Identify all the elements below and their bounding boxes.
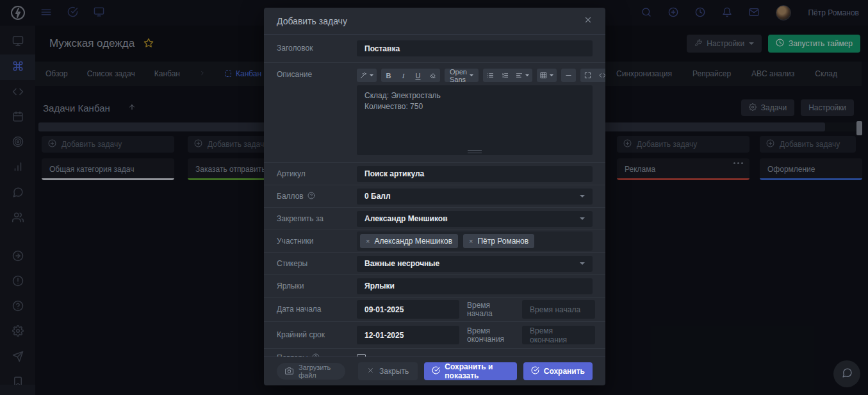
magic-style-button[interactable] (357, 69, 377, 82)
bullet-list-icon[interactable] (483, 69, 498, 82)
camera-icon (285, 367, 293, 376)
chat-bubble-icon (842, 367, 853, 380)
field-row-points: Баллов 0 Балл (264, 185, 605, 208)
field-label-deadline: Крайний срок (277, 331, 357, 339)
field-label-description: Описание (277, 71, 357, 79)
points-select[interactable]: 0 Балл (357, 189, 593, 205)
modal-header: Добавить задачу (264, 8, 605, 35)
save-and-show-label: Сохранить и показать (445, 362, 509, 380)
title-value: Поставка (364, 44, 400, 53)
table-dropdown[interactable] (537, 69, 557, 82)
font-family-dropdown[interactable]: Open Sans (445, 69, 479, 82)
assignee-select[interactable]: Александр Меншиков (357, 211, 593, 227)
field-row-labels: Ярлыки Ярлыки (264, 275, 605, 298)
field-label-assignee: Закрепить за (277, 215, 357, 223)
article-value: Поиск артикула (364, 169, 424, 178)
end-time-placeholder: Время окончания (530, 326, 587, 344)
start-time-input[interactable]: Время начала (522, 300, 595, 319)
support-chat-fab[interactable] (833, 360, 860, 387)
deadline-value: 12-01-2025 (364, 331, 404, 340)
field-row-deadline: Крайний срок 12-01-2025 Время окончания … (264, 322, 605, 349)
article-search-input[interactable]: Поиск артикула (357, 166, 593, 182)
field-label-article: Артикул (277, 170, 357, 178)
field-row-repeats: Повторы (264, 349, 605, 357)
font-name-label: Open Sans (450, 68, 467, 83)
x-icon (367, 367, 374, 376)
labels-input[interactable]: Ярлыки (357, 278, 593, 294)
field-row-article: Артикул Поиск артикула (264, 163, 605, 185)
field-row-description: Описание B I U Open Sans (264, 63, 605, 163)
horizontal-rule-icon[interactable] (561, 69, 576, 82)
bold-button[interactable]: B (381, 69, 396, 82)
field-row-start-date: Дата начала 09-01-2025 Время начала Врем… (264, 298, 605, 322)
start-date-input[interactable]: 09-01-2025 (357, 300, 459, 319)
field-label-stickers: Стикеры (277, 260, 357, 268)
save-and-show-button[interactable]: Сохранить и показать (424, 362, 516, 380)
eraser-icon[interactable] (425, 69, 440, 82)
chevron-down-icon (580, 262, 585, 265)
participant-chip[interactable]: ×Пётр Романов (463, 234, 534, 248)
field-label-labels: Ярлыки (277, 282, 357, 290)
close-button[interactable]: Закрыть (358, 362, 418, 380)
upload-file-label: Загрузить файл (299, 364, 337, 379)
start-date-value: 09-01-2025 (364, 305, 404, 314)
check-circle-icon (531, 366, 539, 376)
remove-chip-icon[interactable]: × (469, 238, 473, 245)
chevron-down-icon (580, 195, 585, 198)
numbered-list-icon[interactable] (498, 69, 512, 82)
modal-footer: Загрузить файл Закрыть Сохранить и показ… (264, 357, 605, 385)
participant-name: Пётр Романов (477, 237, 528, 246)
deadline-date-input[interactable]: 12-01-2025 (357, 326, 459, 344)
add-task-modal: Добавить задачу Заголовок Поставка Описа… (264, 8, 605, 385)
stickers-value: Важные несрочные (364, 259, 439, 268)
editor-toolbar: B I U Open Sans (357, 69, 593, 82)
italic-button[interactable]: I (396, 69, 411, 82)
field-label-end-time: Время окончания (467, 327, 517, 344)
chevron-down-icon (580, 217, 585, 220)
help-circle-icon[interactable] (307, 192, 315, 201)
rich-text-editor: B I U Open Sans (357, 69, 593, 155)
field-label-title: Заголовок (277, 44, 357, 53)
assignee-value: Александр Меншиков (364, 214, 448, 223)
remove-chip-icon[interactable]: × (366, 238, 370, 245)
stickers-select[interactable]: Важные несрочные (357, 256, 593, 272)
field-label-points: Баллов (277, 192, 304, 201)
app-screen: Пётр Романов Мужская одежда Настройки (0, 0, 868, 395)
labels-value: Ярлыки (364, 282, 395, 290)
fullscreen-icon[interactable] (580, 69, 595, 82)
field-row-assignee: Закрепить за Александр Меншиков (264, 208, 605, 230)
resize-handle[interactable] (468, 150, 482, 153)
points-value: 0 Балл (364, 192, 391, 201)
start-time-placeholder: Время начала (530, 305, 580, 314)
field-label-start-date: Дата начала (277, 305, 357, 314)
field-row-participants: Участники ×Александр Меншиков ×Пётр Рома… (264, 230, 605, 253)
field-label-start-time: Время начала (467, 301, 517, 318)
participants-multiselect[interactable]: ×Александр Меншиков ×Пётр Романов (357, 231, 593, 251)
paragraph-align-dropdown[interactable] (512, 69, 532, 82)
participant-name: Александр Меншиков (374, 237, 452, 246)
save-button[interactable]: Сохранить (523, 362, 593, 380)
check-circle-icon (432, 366, 440, 376)
close-icon[interactable] (584, 15, 593, 26)
save-label: Сохранить (544, 367, 585, 376)
participant-chip[interactable]: ×Александр Меншиков (360, 234, 458, 248)
end-time-input[interactable]: Время окончания (522, 326, 595, 344)
code-view-icon[interactable] (595, 69, 605, 82)
field-row-title: Заголовок Поставка (264, 35, 605, 63)
modal-body: Заголовок Поставка Описание B I U Open S… (264, 35, 605, 357)
field-label-participants: Участники (277, 237, 357, 246)
description-line: Количество: 750 (364, 101, 585, 112)
close-label: Закрыть (379, 367, 409, 376)
description-line: Склад: Электросталь (364, 90, 585, 101)
underline-button[interactable]: U (411, 69, 425, 82)
upload-file-button[interactable]: Загрузить файл (277, 363, 345, 380)
modal-title: Добавить задачу (277, 16, 347, 26)
field-row-stickers: Стикеры Важные несрочные (264, 253, 605, 275)
title-input[interactable]: Поставка (357, 40, 593, 56)
description-textarea[interactable]: Склад: Электросталь Количество: 750 (357, 85, 593, 155)
